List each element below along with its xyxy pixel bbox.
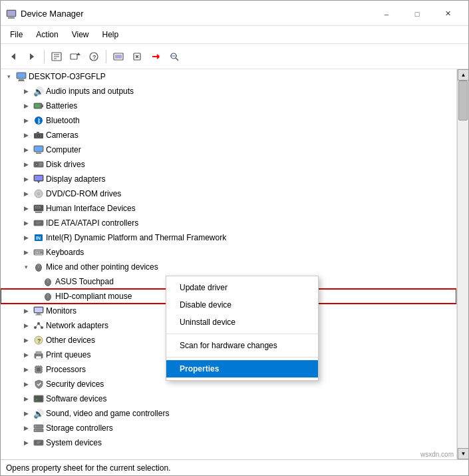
window-controls: – □ ✕ <box>371 5 463 23</box>
toolbar-sep-2 <box>106 50 106 63</box>
maximize-button[interactable]: □ <box>402 5 432 23</box>
scan-button[interactable] <box>166 48 183 65</box>
svg-rect-61 <box>39 208 41 208</box>
menu-action[interactable]: Action <box>29 27 65 42</box>
expand-intel-icon: ▶ <box>21 232 31 243</box>
ctx-scan-hardware[interactable]: Scan for hardware changes <box>166 337 318 354</box>
hid-mouse-label: HID-compliant mouse <box>55 292 132 301</box>
tree-item-cameras[interactable]: ▶ Cameras <box>1 128 456 142</box>
display-label: Display adapters <box>46 174 105 184</box>
show-hardware-button[interactable] <box>110 48 127 65</box>
svg-rect-57 <box>37 206 39 207</box>
svg-rect-32 <box>42 105 43 107</box>
software-icon: >_ <box>33 393 44 404</box>
expand-monitors-icon: ▶ <box>21 306 31 316</box>
svg-rect-49 <box>35 176 43 180</box>
properties-button[interactable] <box>48 48 65 65</box>
svg-line-96 <box>35 324 39 328</box>
svg-rect-102 <box>36 356 41 359</box>
svg-rect-60 <box>37 208 39 208</box>
tree-item-disk[interactable]: ▶ Disk drives <box>1 157 456 172</box>
audio-label: Audio inputs and outputs <box>46 87 134 96</box>
close-button[interactable]: ✕ <box>432 5 463 23</box>
minimize-button[interactable]: – <box>371 5 402 23</box>
tree-item-batteries[interactable]: ▶ Batteries <box>1 99 456 113</box>
other-icon: ? <box>33 335 44 346</box>
tree-item-sound[interactable]: ▶ 🔊 Sound, video and game controllers <box>1 406 456 421</box>
svg-rect-125 <box>35 441 43 445</box>
tree-item-dvd[interactable]: ▶ DVD/CD-ROM drives <box>1 186 456 201</box>
svg-marker-4 <box>30 53 34 60</box>
menu-help[interactable]: Help <box>96 27 126 42</box>
svg-point-123 <box>35 430 36 431</box>
scroll-down-button[interactable]: ▼ <box>458 448 468 459</box>
ctx-disable-device[interactable]: Disable device <box>166 296 318 314</box>
uninstall-button[interactable] <box>128 48 146 65</box>
svg-rect-74 <box>41 250 42 252</box>
svg-rect-62 <box>35 212 42 213</box>
tree-item-hid[interactable]: ▶ Human Interface Devices <box>1 201 456 216</box>
svg-rect-40 <box>35 146 43 151</box>
vertical-scrollbar[interactable]: ▲ ▼ <box>457 69 468 459</box>
computer-node-icon <box>33 144 44 155</box>
toolbar: ? <box>1 44 468 69</box>
svg-marker-50 <box>37 181 40 183</box>
svg-text:?: ? <box>92 53 96 60</box>
tree-item-system[interactable]: ▶ System devices <box>1 435 456 450</box>
tree-item-bluetooth[interactable]: ▶ ᛒ Bluetooth <box>1 113 456 128</box>
cameras-label: Cameras <box>46 130 78 140</box>
svg-text:?: ? <box>37 338 41 344</box>
processors-label: Processors <box>46 365 86 374</box>
menu-file[interactable]: File <box>3 27 29 42</box>
svg-marker-3 <box>11 53 15 60</box>
back-button[interactable] <box>5 48 22 65</box>
expand-software-icon: ▶ <box>21 393 31 404</box>
scrollbar-track[interactable] <box>458 81 468 448</box>
processors-icon <box>33 364 44 375</box>
monitors-icon <box>33 306 44 316</box>
expand-disk-icon: ▶ <box>21 159 31 170</box>
update-driver-button[interactable] <box>67 48 84 65</box>
hid-icon <box>33 203 44 214</box>
svg-point-122 <box>35 426 36 427</box>
svg-rect-64 <box>35 221 43 225</box>
menu-view[interactable]: View <box>65 27 96 42</box>
software-label: Software devices <box>46 394 106 403</box>
svg-rect-14 <box>115 55 122 59</box>
expand-security-icon: ▶ <box>21 379 31 389</box>
svg-rect-29 <box>18 81 25 81</box>
tree-item-display[interactable]: ▶ Display adapters <box>1 172 456 186</box>
tree-item-keyboards[interactable]: ▶ Keyboar <box>1 245 456 260</box>
svg-line-22 <box>176 58 178 61</box>
print-label: Print queues <box>46 350 90 359</box>
tree-area[interactable]: ▾ DESKTOP-O3FGFLP ▶ 🔊 Audio inputs and o… <box>1 69 457 459</box>
svg-rect-28 <box>19 79 24 81</box>
sound-label: Sound, video and game controllers <box>46 409 169 418</box>
tree-item-mice[interactable]: ▾ Mice and other pointing devices <box>1 260 456 274</box>
scroll-up-button[interactable]: ▲ <box>458 69 468 81</box>
ctx-properties[interactable]: Properties <box>166 360 318 377</box>
remove-button[interactable] <box>147 48 164 65</box>
svg-rect-76 <box>35 252 36 254</box>
tree-item-software[interactable]: ▶ >_ Software devices <box>1 391 456 406</box>
svg-text:IN: IN <box>36 236 41 240</box>
monitors-label: Monitors <box>46 306 77 316</box>
system-icon <box>33 437 44 448</box>
scrollbar-thumb[interactable] <box>458 81 468 120</box>
tree-item-audio[interactable]: ▶ 🔊 Audio inputs and outputs <box>1 84 456 99</box>
tree-item-computer[interactable]: ▶ Computer <box>1 142 456 157</box>
tree-root[interactable]: ▾ DESKTOP-O3FGFLP <box>1 69 456 84</box>
svg-rect-78 <box>39 252 41 254</box>
svg-rect-75 <box>42 250 43 252</box>
expand-asus-icon <box>35 276 41 287</box>
ctx-update-driver[interactable]: Update driver <box>166 279 318 296</box>
tree-item-ide[interactable]: ▶ IDE ATA/ATAPI controllers <box>1 216 456 230</box>
ctx-uninstall-device[interactable]: Uninstall device <box>166 314 318 331</box>
svg-rect-73 <box>39 250 41 252</box>
tree-item-intel[interactable]: ▶ IN Intel(R) Dynamic Platform and Therm… <box>1 230 456 245</box>
help-button[interactable]: ? <box>85 48 102 65</box>
tree-item-storage[interactable]: ▶ Storage controllers <box>1 421 456 435</box>
svg-rect-104 <box>37 367 41 371</box>
forward-button[interactable] <box>23 48 41 65</box>
bluetooth-icon: ᛒ <box>33 115 44 126</box>
